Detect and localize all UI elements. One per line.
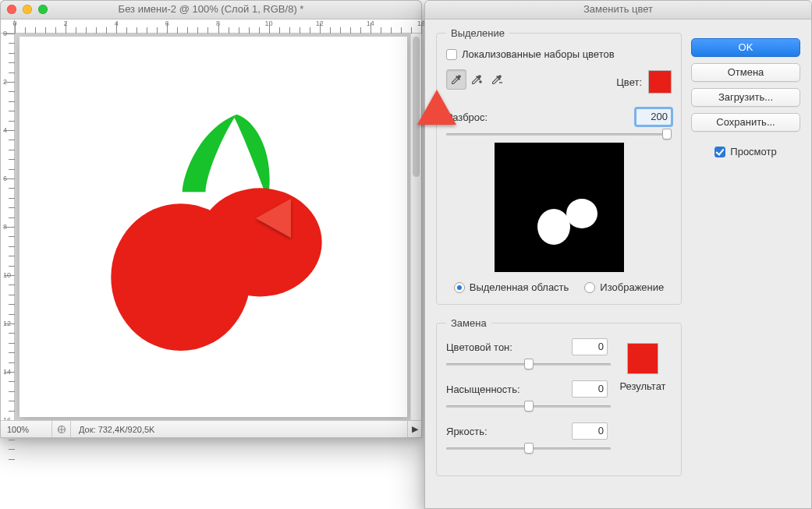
- doc-size: Док: 732,4K/920,5K: [71, 425, 162, 434]
- hue-input[interactable]: 0: [572, 338, 608, 355]
- eyedropper-add-button[interactable]: [466, 69, 487, 90]
- fuzziness-input[interactable]: 200: [636, 108, 672, 125]
- hue-label: Цветовой тон:: [446, 341, 532, 353]
- vertical-scrollbar[interactable]: [410, 34, 421, 420]
- radio-selection-label: Выделенная область: [470, 281, 569, 293]
- minimize-icon[interactable]: [23, 5, 32, 14]
- dialog-title[interactable]: Заменить цвет: [425, 1, 811, 19]
- radio-icon: [454, 282, 465, 293]
- canvas-artwork: [20, 37, 407, 417]
- color-label: Цвет:: [616, 76, 642, 88]
- result-label: Результат: [615, 380, 670, 392]
- light-input[interactable]: 0: [572, 422, 608, 440]
- light-slider[interactable]: [446, 441, 611, 455]
- canvas-area: [15, 34, 410, 420]
- doc-titlebar[interactable]: Без имени-2 @ 100% (Слой 1, RGB/8) *: [1, 1, 421, 19]
- document-window: Без имени-2 @ 100% (Слой 1, RGB/8) * 024…: [0, 0, 422, 438]
- radio-icon: [584, 282, 595, 293]
- zoom-value: 100%: [7, 425, 29, 434]
- doc-title: Без имени-2 @ 100% (Слой 1, RGB/8) *: [119, 3, 304, 15]
- load-button[interactable]: Загрузить...: [691, 88, 800, 107]
- sat-slider[interactable]: [446, 399, 611, 413]
- sat-label: Насыщенность:: [446, 384, 532, 395]
- cancel-button[interactable]: Отмена: [691, 63, 800, 82]
- ruler-horizontal[interactable]: 0246810121416: [15, 19, 421, 34]
- doc-statusbar: 100% Док: 732,4K/920,5K ▶: [1, 420, 421, 437]
- save-button[interactable]: Сохранить...: [691, 113, 800, 132]
- statusbar-nav-icon[interactable]: [52, 421, 71, 437]
- window-controls: [7, 5, 48, 14]
- localized-label: Локализованные наборы цветов: [462, 48, 615, 60]
- replace-color-dialog: Заменить цвет Выделение Локализованные н…: [424, 0, 812, 509]
- sat-input[interactable]: 0: [572, 380, 608, 398]
- statusbar-menu-arrow-icon[interactable]: ▶: [407, 421, 421, 437]
- selection-preview: [495, 143, 624, 272]
- eyedropper-toolbar: [446, 69, 507, 90]
- selection-legend: Выделение: [446, 27, 509, 39]
- fuzziness-label: Разброс:: [446, 111, 488, 123]
- replace-legend: Замена: [446, 317, 491, 329]
- ruler-vertical[interactable]: 0246810121416: [1, 34, 15, 420]
- zoom-icon[interactable]: [38, 5, 48, 14]
- fuzziness-slider[interactable]: [446, 127, 672, 141]
- radio-image[interactable]: Изображение: [584, 281, 664, 293]
- localized-checkbox-row[interactable]: Локализованные наборы цветов: [446, 48, 672, 60]
- preview-checkbox[interactable]: Просмотр: [691, 146, 800, 157]
- eyedropper-subtract-button[interactable]: [487, 69, 507, 90]
- close-icon[interactable]: [7, 5, 16, 14]
- eyedropper-button[interactable]: [446, 69, 466, 90]
- dialog-button-column: OK Отмена Загрузить... Сохранить... Прос…: [691, 27, 800, 508]
- preview-label: Просмотр: [730, 146, 776, 157]
- selection-group: Выделение Локализованные наборы цветов: [436, 27, 682, 305]
- checkbox-icon: [714, 147, 725, 157]
- scrollbar-thumb[interactable]: [413, 37, 420, 177]
- svg-point-1: [111, 203, 250, 351]
- checkbox-icon[interactable]: [446, 49, 457, 60]
- replace-group: Замена Цветовой тон: 0 Насыщенность: 0 Я…: [436, 317, 682, 476]
- radio-selection[interactable]: Выделенная область: [454, 281, 569, 293]
- zoom-field[interactable]: 100%: [1, 421, 52, 437]
- selection-color-swatch[interactable]: [648, 70, 672, 94]
- light-label: Яркость:: [446, 426, 532, 437]
- radio-image-label: Изображение: [600, 281, 664, 293]
- hue-slider[interactable]: [446, 357, 611, 371]
- ok-button[interactable]: OK: [691, 38, 800, 57]
- result-color-swatch[interactable]: [627, 343, 658, 374]
- canvas[interactable]: [20, 37, 407, 417]
